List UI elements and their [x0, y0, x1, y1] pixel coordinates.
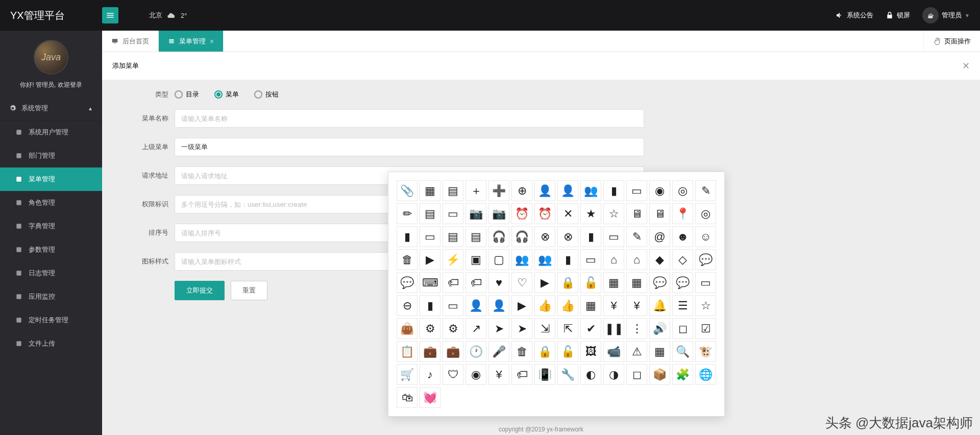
- system-notice-link[interactable]: 系统公告: [836, 11, 873, 20]
- weather-city: 北京: [149, 11, 162, 20]
- weather-temp: 2°: [181, 12, 187, 19]
- lock-icon: [886, 11, 894, 19]
- menu-toggle-button[interactable]: [102, 7, 118, 23]
- cloud-icon: [166, 12, 177, 19]
- weather: 北京 2°: [149, 11, 187, 20]
- speaker-icon: [836, 11, 844, 19]
- caret-down-icon: ▼: [965, 13, 970, 18]
- user-menu[interactable]: ☕ 管理员 ▼: [922, 7, 970, 23]
- logo: YX管理平台: [10, 9, 102, 22]
- menu-icon: [106, 11, 115, 20]
- lock-screen-link[interactable]: 锁屏: [886, 11, 910, 20]
- header: YX管理平台 北京 2° 系统公告 锁屏 ☕ 管理员 ▼: [0, 0, 980, 31]
- avatar-icon: ☕: [922, 7, 939, 23]
